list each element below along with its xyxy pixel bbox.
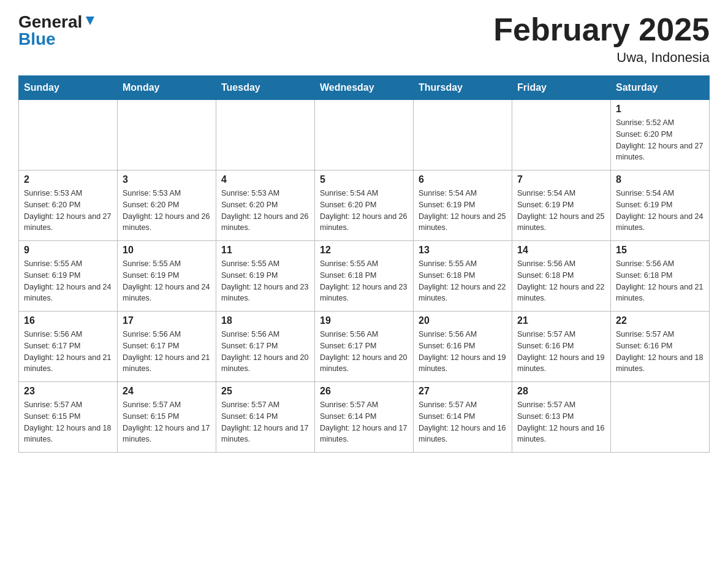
day-of-week-header: Sunday	[19, 76, 118, 100]
day-of-week-header: Saturday	[611, 76, 710, 100]
day-info: Sunrise: 5:53 AM Sunset: 6:20 PM Dayligh…	[123, 188, 211, 234]
calendar-day-cell: 8Sunrise: 5:54 AM Sunset: 6:19 PM Daylig…	[611, 170, 710, 241]
calendar-day-cell: 23Sunrise: 5:57 AM Sunset: 6:15 PM Dayli…	[19, 382, 118, 453]
calendar-week-row: 23Sunrise: 5:57 AM Sunset: 6:15 PM Dayli…	[19, 382, 710, 453]
calendar-day-cell: 13Sunrise: 5:55 AM Sunset: 6:18 PM Dayli…	[414, 241, 512, 312]
day-info: Sunrise: 5:57 AM Sunset: 6:13 PM Dayligh…	[517, 399, 605, 445]
logo-arrow-icon	[83, 14, 97, 28]
day-number: 11	[221, 245, 309, 256]
calendar-day-cell: 21Sunrise: 5:57 AM Sunset: 6:16 PM Dayli…	[512, 312, 611, 382]
day-number: 12	[320, 245, 408, 256]
day-info: Sunrise: 5:55 AM Sunset: 6:19 PM Dayligh…	[221, 258, 309, 304]
day-info: Sunrise: 5:54 AM Sunset: 6:20 PM Dayligh…	[320, 188, 408, 234]
calendar-day-cell: 2Sunrise: 5:53 AM Sunset: 6:20 PM Daylig…	[19, 170, 118, 241]
day-number: 24	[123, 386, 211, 397]
calendar-day-cell: 1Sunrise: 5:52 AM Sunset: 6:20 PM Daylig…	[611, 100, 710, 170]
day-number: 19	[320, 315, 408, 326]
day-of-week-header: Thursday	[414, 76, 512, 100]
calendar-day-cell: 25Sunrise: 5:57 AM Sunset: 6:14 PM Dayli…	[216, 382, 315, 453]
day-info: Sunrise: 5:56 AM Sunset: 6:17 PM Dayligh…	[24, 329, 112, 375]
day-of-week-header: Wednesday	[315, 76, 414, 100]
day-info: Sunrise: 5:56 AM Sunset: 6:18 PM Dayligh…	[616, 258, 704, 304]
day-info: Sunrise: 5:57 AM Sunset: 6:14 PM Dayligh…	[419, 399, 507, 445]
day-info: Sunrise: 5:55 AM Sunset: 6:18 PM Dayligh…	[320, 258, 408, 304]
day-number: 5	[320, 174, 408, 185]
calendar-day-cell: 7Sunrise: 5:54 AM Sunset: 6:19 PM Daylig…	[512, 170, 611, 241]
day-info: Sunrise: 5:53 AM Sunset: 6:20 PM Dayligh…	[221, 188, 309, 234]
calendar-day-cell	[216, 100, 315, 170]
day-number: 8	[616, 174, 704, 185]
calendar-day-cell: 10Sunrise: 5:55 AM Sunset: 6:19 PM Dayli…	[118, 241, 216, 312]
calendar-week-row: 1Sunrise: 5:52 AM Sunset: 6:20 PM Daylig…	[19, 100, 710, 170]
calendar-day-cell: 22Sunrise: 5:57 AM Sunset: 6:16 PM Dayli…	[611, 312, 710, 382]
calendar-day-cell: 11Sunrise: 5:55 AM Sunset: 6:19 PM Dayli…	[216, 241, 315, 312]
calendar-day-cell: 14Sunrise: 5:56 AM Sunset: 6:18 PM Dayli…	[512, 241, 611, 312]
title-block: February 2025 Uwa, Indonesia	[493, 12, 710, 66]
day-info: Sunrise: 5:54 AM Sunset: 6:19 PM Dayligh…	[616, 188, 704, 234]
day-number: 22	[616, 315, 704, 326]
calendar-day-cell	[118, 100, 216, 170]
day-number: 15	[616, 245, 704, 256]
day-info: Sunrise: 5:56 AM Sunset: 6:17 PM Dayligh…	[221, 329, 309, 375]
day-info: Sunrise: 5:56 AM Sunset: 6:16 PM Dayligh…	[419, 329, 507, 375]
day-info: Sunrise: 5:57 AM Sunset: 6:14 PM Dayligh…	[221, 399, 309, 445]
day-number: 17	[123, 315, 211, 326]
day-number: 23	[24, 386, 112, 397]
day-info: Sunrise: 5:56 AM Sunset: 6:18 PM Dayligh…	[517, 258, 605, 304]
day-number: 3	[123, 174, 211, 185]
day-number: 10	[123, 245, 211, 256]
calendar-day-cell: 6Sunrise: 5:54 AM Sunset: 6:19 PM Daylig…	[414, 170, 512, 241]
logo-blue: Blue	[18, 29, 56, 49]
calendar-day-cell	[512, 100, 611, 170]
page-header: General Blue February 2025 Uwa, Indonesi…	[18, 12, 710, 66]
day-number: 4	[221, 174, 309, 185]
calendar-day-cell	[611, 382, 710, 453]
calendar-day-cell: 24Sunrise: 5:57 AM Sunset: 6:15 PM Dayli…	[118, 382, 216, 453]
svg-marker-0	[86, 17, 94, 25]
calendar-day-cell: 18Sunrise: 5:56 AM Sunset: 6:17 PM Dayli…	[216, 312, 315, 382]
calendar-day-cell	[315, 100, 414, 170]
calendar-day-cell: 9Sunrise: 5:55 AM Sunset: 6:19 PM Daylig…	[19, 241, 118, 312]
calendar-day-cell	[414, 100, 512, 170]
calendar-week-row: 9Sunrise: 5:55 AM Sunset: 6:19 PM Daylig…	[19, 241, 710, 312]
page-title: February 2025	[493, 12, 710, 47]
calendar-week-row: 16Sunrise: 5:56 AM Sunset: 6:17 PM Dayli…	[19, 312, 710, 382]
calendar-day-cell: 20Sunrise: 5:56 AM Sunset: 6:16 PM Dayli…	[414, 312, 512, 382]
calendar-day-cell	[19, 100, 118, 170]
logo: General Blue	[18, 12, 97, 49]
day-info: Sunrise: 5:57 AM Sunset: 6:15 PM Dayligh…	[24, 399, 112, 445]
day-number: 18	[221, 315, 309, 326]
day-number: 28	[517, 386, 605, 397]
day-info: Sunrise: 5:57 AM Sunset: 6:16 PM Dayligh…	[517, 329, 605, 375]
calendar-day-cell: 4Sunrise: 5:53 AM Sunset: 6:20 PM Daylig…	[216, 170, 315, 241]
calendar-day-cell: 5Sunrise: 5:54 AM Sunset: 6:20 PM Daylig…	[315, 170, 414, 241]
day-info: Sunrise: 5:56 AM Sunset: 6:17 PM Dayligh…	[123, 329, 211, 375]
page-subtitle: Uwa, Indonesia	[493, 50, 710, 66]
calendar-day-cell: 17Sunrise: 5:56 AM Sunset: 6:17 PM Dayli…	[118, 312, 216, 382]
day-info: Sunrise: 5:55 AM Sunset: 6:19 PM Dayligh…	[24, 258, 112, 304]
day-number: 21	[517, 315, 605, 326]
day-number: 6	[419, 174, 507, 185]
day-info: Sunrise: 5:57 AM Sunset: 6:14 PM Dayligh…	[320, 399, 408, 445]
calendar-day-cell: 3Sunrise: 5:53 AM Sunset: 6:20 PM Daylig…	[118, 170, 216, 241]
day-info: Sunrise: 5:55 AM Sunset: 6:18 PM Dayligh…	[419, 258, 507, 304]
day-number: 14	[517, 245, 605, 256]
day-info: Sunrise: 5:56 AM Sunset: 6:17 PM Dayligh…	[320, 329, 408, 375]
day-number: 7	[517, 174, 605, 185]
day-number: 27	[419, 386, 507, 397]
day-info: Sunrise: 5:53 AM Sunset: 6:20 PM Dayligh…	[24, 188, 112, 234]
day-number: 26	[320, 386, 408, 397]
calendar-day-cell: 16Sunrise: 5:56 AM Sunset: 6:17 PM Dayli…	[19, 312, 118, 382]
day-of-week-header: Monday	[118, 76, 216, 100]
calendar-day-cell: 12Sunrise: 5:55 AM Sunset: 6:18 PM Dayli…	[315, 241, 414, 312]
day-number: 16	[24, 315, 112, 326]
day-of-week-header: Tuesday	[216, 76, 315, 100]
day-of-week-header: Friday	[512, 76, 611, 100]
day-number: 13	[419, 245, 507, 256]
day-number: 1	[616, 104, 704, 115]
day-number: 9	[24, 245, 112, 256]
calendar-day-cell: 26Sunrise: 5:57 AM Sunset: 6:14 PM Dayli…	[315, 382, 414, 453]
calendar-table: SundayMondayTuesdayWednesdayThursdayFrid…	[18, 75, 710, 453]
calendar-header-row: SundayMondayTuesdayWednesdayThursdayFrid…	[19, 76, 710, 100]
calendar-week-row: 2Sunrise: 5:53 AM Sunset: 6:20 PM Daylig…	[19, 170, 710, 241]
